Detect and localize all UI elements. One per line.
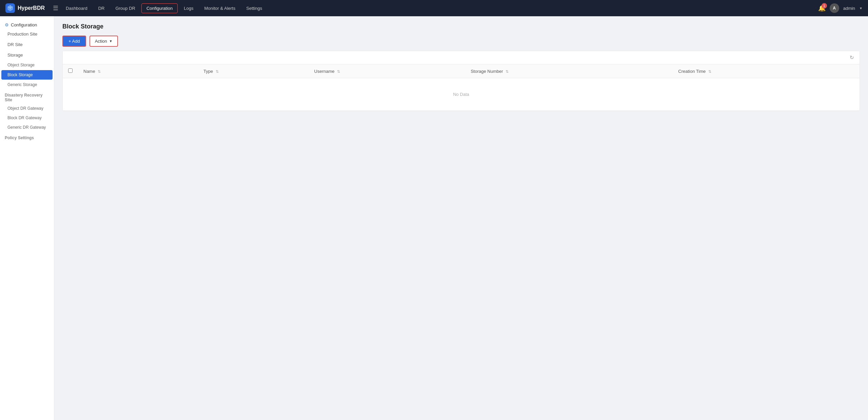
sidebar-item-block-storage[interactable]: Block Storage [1,70,53,80]
col-name: Name ⇅ [78,64,198,78]
no-data-cell: No Data [63,78,860,111]
action-dropdown-icon: ▼ [109,39,113,43]
brand-name: HyperBDR [18,5,45,11]
sidebar-item-object-dr-gateway[interactable]: Object DR Gateway [0,104,54,113]
action-button[interactable]: Action ▼ [90,36,118,47]
topnav-right: 🔔 1 A admin ▼ [818,3,863,13]
brand-icon [5,3,15,13]
table-toolbar: ↻ [63,51,860,64]
sidebar-item-object-storage[interactable]: Object Storage [0,60,54,70]
select-all-checkbox[interactable] [68,68,73,73]
sort-creation-time-icon[interactable]: ⇅ [708,69,711,74]
block-storage-table: Name ⇅ Type ⇅ Username ⇅ Storage Numbe [63,64,860,111]
table-header-row: Name ⇅ Type ⇅ Username ⇅ Storage Numbe [63,64,860,78]
sidebar-group-policy-settings: Policy Settings [0,132,54,142]
sort-name-icon[interactable]: ⇅ [98,69,101,74]
refresh-button[interactable]: ↻ [848,54,855,61]
table-container: ↻ Name ⇅ Type ⇅ [62,51,860,111]
topnav-items: DashboardDRGroup DRConfigurationLogsMoni… [61,3,818,13]
col-creation-time: Creation Time ⇅ [673,64,860,78]
topnav-item-configuration[interactable]: Configuration [141,3,178,13]
topnav-item-group-dr[interactable]: Group DR [111,4,140,13]
add-button[interactable]: + Add [62,36,86,47]
main-content: Block Storage + Add Action ▼ ↻ [54,16,868,420]
topnav: HyperBDR ☰ DashboardDRGroup DRConfigurat… [0,0,868,16]
sort-type-icon[interactable]: ⇅ [216,69,219,74]
sidebar-item-storage[interactable]: Storage [0,50,54,60]
user-dropdown-icon[interactable]: ▼ [859,6,863,10]
no-data-row: No Data [63,78,860,111]
config-icon: ⚙ [5,22,9,27]
sidebar-item-generic-storage[interactable]: Generic Storage [0,80,54,89]
sort-storage-number-icon[interactable]: ⇅ [506,69,509,74]
user-avatar[interactable]: A [830,3,839,13]
topnav-item-logs[interactable]: Logs [179,4,198,13]
brand: HyperBDR [5,3,45,13]
sidebar-section-title: ⚙ Configuration [0,19,54,29]
col-storage-number: Storage Number ⇅ [465,64,673,78]
menu-icon[interactable]: ☰ [53,4,58,12]
notification-icon[interactable]: 🔔 1 [818,4,826,12]
user-name[interactable]: admin [843,6,855,11]
notif-badge: 1 [822,3,827,8]
page-title: Block Storage [62,23,860,30]
col-type: Type ⇅ [198,64,309,78]
topnav-item-monitor-and-alerts[interactable]: Monitor & Alerts [199,4,240,13]
layout: ⚙ Configuration Production Site DR Site … [0,16,868,420]
toolbar: + Add Action ▼ [62,36,860,47]
action-label: Action [95,39,107,44]
topnav-item-settings[interactable]: Settings [241,4,267,13]
sidebar-group-dr-site: Disastery Recovery Site [0,89,54,104]
sidebar-item-generic-dr-gateway[interactable]: Generic DR Gateway [0,123,54,132]
sidebar-item-production-site[interactable]: Production Site [0,29,54,39]
sort-username-icon[interactable]: ⇅ [337,69,340,74]
topnav-item-dashboard[interactable]: Dashboard [61,4,92,13]
topnav-item-dr[interactable]: DR [94,4,110,13]
sidebar-item-block-dr-gateway[interactable]: Block DR Gateway [0,113,54,123]
select-all-col [63,64,78,78]
sidebar-item-dr-site[interactable]: DR Site [0,39,54,50]
col-username: Username ⇅ [309,64,466,78]
sidebar: ⚙ Configuration Production Site DR Site … [0,16,54,420]
